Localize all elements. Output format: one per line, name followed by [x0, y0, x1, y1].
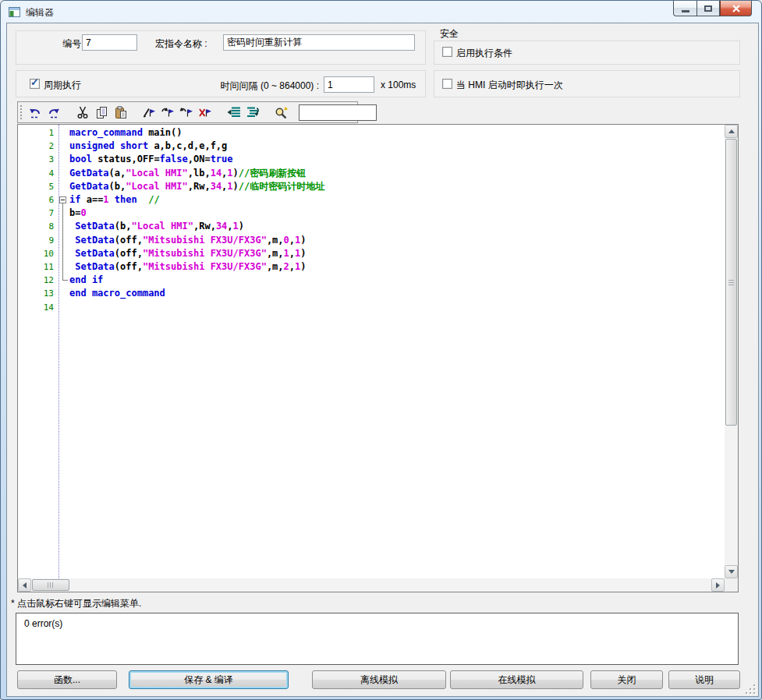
fold-toggle[interactable] [59, 196, 66, 203]
vertical-scrollbar[interactable] [725, 125, 738, 578]
cut-icon [76, 106, 89, 119]
toolbar-gripper[interactable] [20, 105, 24, 119]
clear-bookmarks-button[interactable] [196, 104, 214, 121]
redo-icon [47, 106, 61, 119]
code-line[interactable]: b=0 [69, 207, 87, 220]
undo-button[interactable] [26, 104, 44, 121]
find-icon [275, 106, 289, 119]
startup-checkbox[interactable] [442, 79, 452, 89]
code-line[interactable]: SetData(off,"Mitsubishi FX3U/FX3G",m,2,1… [69, 260, 307, 274]
fold-line [62, 260, 63, 274]
resize-grip[interactable] [746, 684, 757, 695]
editor-toolbar [17, 101, 358, 123]
periodic-checkbox[interactable]: ✓ [30, 79, 40, 89]
copy-icon [95, 106, 108, 119]
code-line[interactable]: GetData(b,"Local HMI",Rw,34,1)//临时密码计时地址 [69, 180, 324, 193]
offline-simulation-button[interactable]: 离线模拟 [312, 670, 446, 689]
titlebar[interactable]: 编辑器 [1, 1, 761, 23]
fold-line-end [62, 280, 68, 281]
arrow-down-icon [728, 570, 735, 577]
compile-output: 0 error(s) [16, 613, 739, 665]
code-line[interactable]: if a==1 then // [69, 193, 160, 207]
minimize-button[interactable] [673, 1, 696, 16]
code-line[interactable]: unsigned short a,b,c,d,e,f,g [69, 140, 227, 153]
add-bookmark-icon [142, 106, 156, 118]
line-number: 4 [18, 167, 54, 180]
enable-condition-checkbox[interactable] [442, 47, 452, 57]
indent-button[interactable] [225, 104, 243, 121]
undo-icon [28, 106, 42, 119]
arrow-up-icon [728, 126, 735, 133]
code-line[interactable]: end if [69, 274, 103, 287]
line-number: 2 [18, 140, 54, 153]
functions-button[interactable]: 函数... [17, 670, 117, 689]
maximize-button[interactable] [696, 1, 720, 16]
macro-name-input[interactable] [223, 34, 415, 51]
hint-text: * 点击鼠标右键可显示编辑菜单. [11, 597, 141, 610]
search-input[interactable] [299, 104, 377, 121]
outdent-icon [246, 106, 260, 118]
next-bookmark-icon [161, 106, 175, 118]
line-number: 11 [18, 260, 54, 274]
redo-button[interactable] [44, 104, 63, 121]
scroll-right-button[interactable] [711, 578, 725, 592]
copy-button[interactable] [92, 104, 111, 121]
enable-condition-label: 启用执行条件 [456, 47, 512, 60]
code-line[interactable]: bool status,OFF=false,ON=true [69, 153, 233, 166]
horizontal-scroll-thumb[interactable] [32, 579, 69, 591]
scroll-left-button[interactable] [18, 578, 31, 592]
startup-label: 当 HMI 启动时即执行一次 [456, 79, 563, 92]
arrow-right-icon [716, 582, 723, 589]
help-button[interactable]: 说明 [668, 670, 740, 689]
gutter-separator [58, 125, 59, 578]
close-icon [732, 5, 740, 12]
paste-button[interactable] [111, 104, 129, 121]
fold-line [62, 207, 63, 220]
app-icon [9, 6, 20, 16]
cut-button[interactable] [73, 104, 92, 121]
line-number: 12 [18, 274, 54, 287]
line-number: 3 [18, 153, 54, 166]
fold-line [62, 220, 63, 233]
minimize-icon [682, 10, 689, 12]
line-number: 10 [18, 247, 54, 260]
code-line[interactable]: SetData(off,"Mitsubishi FX3U/FX3G",m,1,1… [69, 247, 307, 260]
dialog-body: 编号 : 宏指令名称 : 安全 启用执行条件 ✓ 周期执行 时间间隔 (0 ~ … [6, 23, 759, 697]
indent-icon [227, 106, 241, 118]
code-area[interactable]: 1macro_command main()2unsigned short a,b… [18, 125, 725, 578]
line-number: 9 [18, 234, 54, 247]
scrollbar-corner [725, 578, 738, 592]
periodic-label: 周期执行 [44, 79, 81, 92]
outdent-button[interactable] [243, 104, 262, 121]
editor-window: 编辑器 编号 : 宏指令名称 : 安全 启用执行条件 ✓ 周期执行 时间间隔 (… [0, 0, 762, 700]
line-number: 13 [18, 287, 54, 300]
line-number: 6 [18, 193, 54, 207]
add-bookmark-button[interactable] [140, 104, 158, 121]
scroll-down-button[interactable] [725, 565, 738, 578]
prev-bookmark-button[interactable] [177, 104, 196, 121]
code-line[interactable]: SetData(off,"Mitsubishi FX3U/FX3G",m,0,1… [69, 234, 307, 247]
fold-line [62, 247, 63, 260]
window-title: 编辑器 [26, 6, 54, 19]
interval-input[interactable] [324, 76, 374, 93]
next-bookmark-button[interactable] [158, 104, 177, 121]
macro-id-input[interactable] [82, 34, 137, 51]
macro-code-editor: 1macro_command main()2unsigned short a,b… [17, 124, 739, 592]
arrow-left-icon [19, 582, 27, 589]
thumb-grip [728, 280, 734, 285]
horizontal-scrollbar[interactable] [18, 578, 725, 592]
vertical-scroll-thumb[interactable] [725, 139, 737, 426]
find-button[interactable] [272, 104, 291, 121]
close-button[interactable] [720, 1, 752, 16]
save-compile-button[interactable]: 保存 & 编译 [129, 670, 289, 689]
online-simulation-button[interactable]: 在线模拟 [450, 670, 583, 689]
code-line[interactable]: GetData(a,"Local HMI",lb,14,1)//密码刷新按钮 [69, 167, 306, 180]
code-line[interactable]: macro_command main() [69, 126, 183, 140]
code-line[interactable]: end macro_command [69, 287, 165, 300]
close-dialog-button[interactable]: 关闭 [590, 670, 663, 689]
code-line[interactable]: SetData(b,"Local HMI",Rw,34,1) [69, 220, 244, 233]
scroll-up-button[interactable] [725, 125, 738, 138]
interval-label: 时间间隔 (0 ~ 864000) : [194, 80, 319, 93]
check-mark-icon: ✓ [30, 77, 39, 87]
line-number: 1 [18, 126, 54, 140]
